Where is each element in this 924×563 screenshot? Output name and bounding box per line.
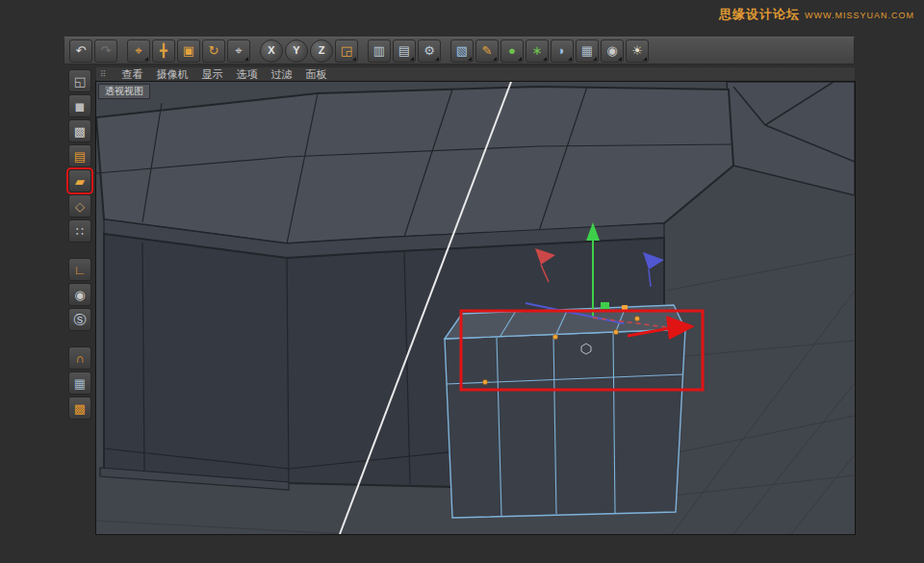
mode-sidebar: ◱◼▩▤▰◇∷∟◉Ⓢ∩▦▩ <box>64 69 96 422</box>
menu-item-2[interactable]: 显示 <box>202 67 223 81</box>
toolbar-separator <box>442 40 449 62</box>
site-url-text: WWW.MISSYUAN.COM <box>805 11 914 20</box>
x-axis-lock-icon: X <box>268 45 274 56</box>
render-picture-viewer-button[interactable]: ▤ <box>393 39 416 63</box>
box-front-face <box>445 329 685 518</box>
polygons-mode-icon: ▰ <box>75 175 85 188</box>
viewport-scene <box>96 82 855 534</box>
dropdown-corner-icon <box>435 57 439 61</box>
toolbar-separator <box>118 40 126 62</box>
dropdown-corner-icon <box>144 57 148 61</box>
selected-box <box>445 305 685 518</box>
x-axis-lock-button[interactable]: X <box>260 39 283 63</box>
toolbar-separator <box>251 40 259 62</box>
texture-mode-button[interactable]: ▩ <box>68 119 91 142</box>
texture-mode-icon: ▩ <box>74 125 86 138</box>
dropdown-corner-icon <box>568 57 572 61</box>
live-selection-tool-button[interactable]: ⌖ <box>127 39 150 63</box>
snap-grid-button[interactable]: ▩ <box>68 397 91 420</box>
dropdown-corner-icon <box>543 57 547 61</box>
workplane-mode-icon: ▤ <box>74 150 86 163</box>
vertex-dot <box>482 379 487 384</box>
rotate-tool-button[interactable]: ↻ <box>202 39 225 63</box>
snap-settings-button[interactable]: Ⓢ <box>68 308 91 331</box>
light-object-button[interactable]: ☀ <box>626 39 649 63</box>
subdivision-surface-button[interactable]: ● <box>500 39 524 63</box>
metaball-object-button[interactable]: ◗ <box>551 39 574 63</box>
perspective-viewport[interactable]: 透视视图 <box>96 82 855 534</box>
magnet-tool-button[interactable]: ∩ <box>68 346 91 370</box>
scale-tool-button[interactable]: ▣ <box>177 39 200 63</box>
recent-tools-button[interactable]: ⌖ <box>227 39 250 63</box>
vertex-dot <box>613 329 618 334</box>
floor-environment-icon: ▦ <box>581 44 593 57</box>
model-mode-button[interactable]: ◼ <box>68 94 91 117</box>
move-tool-button[interactable]: ╋ <box>152 39 175 63</box>
viewport-solo-button[interactable]: ◉ <box>68 283 91 306</box>
make-editable-button[interactable]: ◱ <box>68 69 91 92</box>
subdivision-surface-icon: ● <box>508 44 516 57</box>
menu-grip-icon: ⠿ <box>100 69 107 79</box>
axis-mode-icon: ∟ <box>74 264 87 276</box>
light-object-icon: ☀ <box>631 44 643 57</box>
edges-mode-button[interactable]: ◇ <box>68 194 91 218</box>
dropdown-corner-icon <box>468 57 472 61</box>
menu-item-5[interactable]: 面板 <box>306 67 327 81</box>
make-editable-icon: ◱ <box>74 75 86 88</box>
render-view-button[interactable]: ▥ <box>368 39 391 63</box>
render-settings-icon: ⚙ <box>424 44 435 57</box>
vertex-dot <box>634 316 639 320</box>
add-cube-primitive-button[interactable]: ▧ <box>450 39 474 63</box>
snap-grid-icon: ▩ <box>74 402 86 415</box>
viewport-tab[interactable]: 透视视图 <box>98 84 150 99</box>
axis-mode-button[interactable]: ∟ <box>68 258 91 281</box>
gizmo-orange-plane-tab[interactable] <box>622 305 628 310</box>
menu-item-3[interactable]: 选项 <box>237 67 258 81</box>
snap-settings-icon: Ⓢ <box>74 314 87 326</box>
redo-tool-icon: ↷ <box>101 44 112 57</box>
dropdown-corner-icon <box>410 57 414 61</box>
scale-tool-icon: ▣ <box>183 44 194 57</box>
dropdown-corner-icon <box>618 57 622 61</box>
camera-object-button[interactable]: ◉ <box>601 39 624 63</box>
metaball-object-icon: ◗ <box>558 44 566 57</box>
menu-items-container: 查看摄像机显示选项过滤面板 <box>122 67 327 81</box>
menu-item-1[interactable]: 摄像机 <box>157 67 189 81</box>
live-selection-tool-icon: ⌖ <box>135 44 141 57</box>
menu-item-4[interactable]: 过滤 <box>271 67 293 81</box>
polygons-mode-button[interactable]: ▰ <box>68 169 91 192</box>
array-modeling-icon: ∗ <box>532 44 543 57</box>
dropdown-corner-icon <box>244 57 248 61</box>
lock-workplane-button[interactable]: ▦ <box>68 371 91 395</box>
viewport-menubar: ⠿ 查看摄像机显示选项过滤面板 <box>96 67 855 82</box>
render-settings-button[interactable]: ⚙ <box>418 39 441 63</box>
workplane-mode-button[interactable]: ▤ <box>68 144 91 167</box>
camera-object-icon: ◉ <box>606 44 617 57</box>
points-mode-button[interactable]: ∷ <box>68 219 91 243</box>
coordinate-system-icon: ◲ <box>341 44 352 57</box>
site-banner: 思缘设计论坛WWW.MISSYUAN.COM <box>719 5 914 23</box>
pen-spline-tool-button[interactable]: ✎ <box>475 39 499 63</box>
render-picture-viewer-icon: ▤ <box>398 44 410 57</box>
add-cube-primitive-icon: ▧ <box>456 44 468 57</box>
gizmo-green-plane-tab[interactable] <box>601 302 609 309</box>
toolbar-icons: ↶↷⌖╋▣↻⌖XYZ◲▥▤⚙▧✎●∗◗▦◉☀ <box>68 39 650 63</box>
z-axis-lock-button[interactable]: Z <box>310 39 333 63</box>
undo-tool-icon: ↶ <box>76 44 87 57</box>
vertex-dot <box>552 334 557 339</box>
rotate-tool-icon: ↻ <box>209 44 219 57</box>
dropdown-corner-icon <box>493 57 497 61</box>
array-modeling-button[interactable]: ∗ <box>526 39 549 63</box>
site-name-text: 思缘设计论坛 <box>719 7 800 21</box>
floor-environment-button[interactable]: ▦ <box>576 39 599 63</box>
viewport-solo-icon: ◉ <box>74 289 85 301</box>
magnet-tool-icon: ∩ <box>75 352 84 365</box>
recent-tools-icon: ⌖ <box>235 44 242 57</box>
render-view-icon: ▥ <box>373 44 385 57</box>
undo-tool-button[interactable]: ↶ <box>69 39 92 63</box>
redo-tool-button[interactable]: ↷ <box>94 39 117 63</box>
y-axis-lock-button[interactable]: Y <box>285 39 308 63</box>
menu-item-0[interactable]: 查看 <box>122 67 143 81</box>
lock-workplane-icon: ▦ <box>74 377 86 390</box>
coordinate-system-button[interactable]: ◲ <box>335 39 358 63</box>
